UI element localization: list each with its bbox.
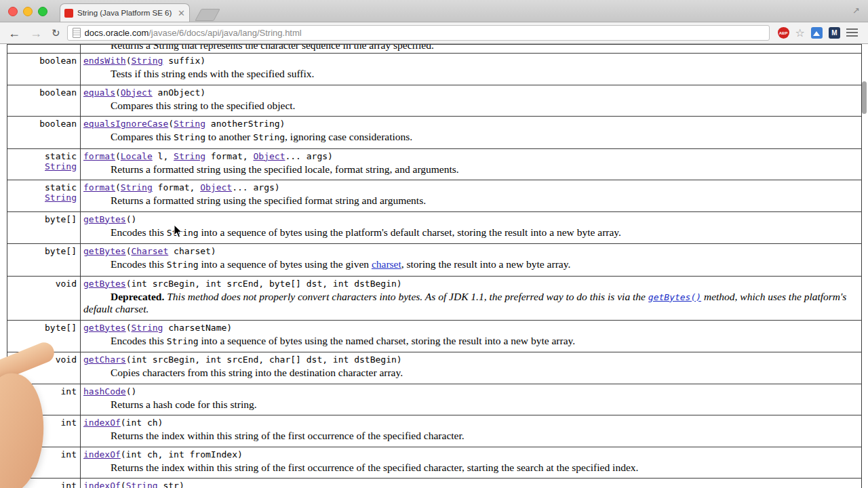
- method-description: Returns the index within this string of …: [111, 462, 857, 474]
- doc-link[interactable]: getBytes: [83, 246, 126, 256]
- doc-link[interactable]: Object: [200, 182, 232, 192]
- text-segment: String: [167, 336, 199, 346]
- method-description: Returns the index within this string of …: [111, 430, 857, 442]
- doc-link[interactable]: String: [121, 182, 153, 192]
- return-type-cell: [7, 45, 81, 54]
- url-text: docs.oracle.com/javase/6/docs/api/java/l…: [85, 28, 302, 38]
- palm-shape: [0, 370, 50, 488]
- method-cell: hashCode()Returns a hash code for this s…: [81, 384, 862, 415]
- doc-link[interactable]: getBytes: [83, 323, 126, 333]
- text-segment: Returns a hash code for this string.: [111, 399, 257, 410]
- method-row: voidgetChars(int srcBegin, int srcEnd, c…: [7, 352, 862, 384]
- text-segment: (: [115, 182, 121, 192]
- method-cell: equals(Object anObject)Compares this str…: [81, 85, 862, 117]
- doc-link[interactable]: equalsIgnoreCase: [83, 119, 168, 129]
- zoom-window-button[interactable]: [38, 7, 47, 16]
- bookmark-star-icon[interactable]: ☆: [795, 28, 805, 39]
- method-row: intindexOf(String str)Returns the index …: [7, 479, 862, 488]
- text-segment: charset): [168, 246, 216, 256]
- method-signature: equals(Object anObject): [83, 87, 857, 98]
- method-cell: endsWith(String suffix)Tests if this str…: [81, 54, 862, 85]
- return-type-cell: static String: [7, 148, 81, 180]
- doc-link[interactable]: equals: [83, 87, 115, 98]
- url-path: /javase/6/docs/api/java/lang/String.html: [149, 28, 301, 38]
- doc-link[interactable]: indexOf: [83, 449, 121, 460]
- text-segment: Encodes this: [111, 335, 167, 346]
- text-segment: (: [115, 87, 121, 98]
- doc-link[interactable]: String: [45, 192, 77, 203]
- doc-link[interactable]: format: [83, 151, 115, 161]
- text-segment: Tests if this string ends with the speci…: [111, 68, 314, 79]
- text-segment: into a sequence of bytes using the named…: [199, 335, 576, 346]
- doc-link[interactable]: Locale: [121, 151, 153, 161]
- text-segment: boolean: [39, 119, 77, 129]
- mouse-cursor: [174, 225, 183, 239]
- doc-link[interactable]: String: [126, 481, 158, 488]
- method-signature: format(Locale l, String format, Object..…: [83, 150, 857, 162]
- method-cell: getBytes(Charset charset)Encodes this St…: [81, 244, 862, 277]
- m-extension-icon[interactable]: M: [829, 27, 840, 39]
- traffic-lights: [8, 7, 47, 16]
- adblock-icon[interactable]: ABP: [778, 27, 789, 39]
- doc-link[interactable]: indexOf: [83, 418, 121, 428]
- tab-title: String (Java Platform SE 6): [77, 9, 174, 17]
- new-tab-button[interactable]: [195, 9, 220, 21]
- doc-link[interactable]: getBytes: [83, 214, 126, 224]
- reload-button[interactable]: ↻: [49, 27, 63, 39]
- doc-link[interactable]: String: [131, 56, 163, 66]
- text-segment: Returns a formatted string using the spe…: [111, 195, 426, 206]
- doc-link[interactable]: format: [83, 182, 115, 192]
- text-segment: into a sequence of bytes using the platf…: [199, 226, 621, 238]
- method-cell: equalsIgnoreCase(String anotherString)Co…: [81, 117, 862, 149]
- text-segment: byte[]: [45, 214, 77, 224]
- text-segment: into a sequence of bytes using the given: [199, 258, 372, 270]
- method-row: byte[]getBytes()Encodes this String into…: [7, 211, 862, 244]
- text-segment: static: [45, 182, 82, 192]
- doc-link[interactable]: endsWith: [83, 56, 126, 66]
- doc-link[interactable]: charset: [372, 258, 401, 270]
- scrollbar-thumb[interactable]: [862, 81, 867, 114]
- text-segment: String: [167, 260, 199, 270]
- doc-link[interactable]: String: [174, 151, 205, 161]
- address-bar[interactable]: docs.oracle.com/javase/6/docs/api/java/l…: [67, 25, 770, 41]
- browser-tab[interactable]: String (Java Platform SE 6) ✕: [60, 3, 190, 22]
- back-button[interactable]: ←: [5, 27, 23, 39]
- method-table-body: Returns a String that represents the cha…: [7, 45, 862, 488]
- method-summary-table: Returns a String that represents the cha…: [7, 44, 862, 488]
- chrome-menu-icon[interactable]: [846, 28, 858, 37]
- text-segment: , storing the result into a new byte arr…: [401, 258, 571, 270]
- return-type-cell: static String: [7, 180, 81, 212]
- doc-link[interactable]: String: [45, 161, 77, 171]
- text-segment: Returns the index within this string of …: [111, 462, 638, 473]
- text-segment: anotherString): [205, 119, 285, 129]
- doc-link[interactable]: hashCode: [83, 386, 126, 396]
- text-segment: byte[]: [45, 323, 77, 333]
- extension-icons: ABP ☆ M: [778, 27, 858, 39]
- browser-toolbar: ← → ↻ docs.oracle.com/javase/6/docs/api/…: [0, 22, 868, 44]
- doc-link[interactable]: indexOf: [83, 481, 121, 488]
- doc-link[interactable]: String: [174, 119, 205, 129]
- doc-link[interactable]: Charset: [131, 246, 168, 256]
- text-segment: static: [45, 151, 82, 161]
- minimize-window-button[interactable]: [23, 7, 33, 16]
- doc-link[interactable]: getChars: [83, 354, 126, 365]
- photos-extension-icon[interactable]: [811, 27, 823, 39]
- doc-link[interactable]: getBytes(): [648, 292, 701, 302]
- method-signature: endsWith(String suffix): [83, 55, 857, 66]
- tab-close-icon[interactable]: ✕: [178, 9, 185, 18]
- text-segment: void: [56, 279, 77, 289]
- forward-button[interactable]: →: [27, 27, 45, 39]
- doc-link[interactable]: getBytes: [83, 279, 126, 289]
- doc-link[interactable]: String: [131, 323, 163, 333]
- doc-link[interactable]: Object: [121, 87, 153, 98]
- url-domain: docs.oracle.com: [85, 28, 149, 38]
- fullscreen-icon[interactable]: ↗: [852, 5, 860, 16]
- close-window-button[interactable]: [8, 7, 18, 16]
- doc-link[interactable]: Object: [254, 151, 285, 161]
- text-segment: Compares this string to the specified ob…: [111, 100, 295, 111]
- method-signature: getChars(int srcBegin, int srcEnd, char[…: [83, 354, 857, 365]
- text-segment: l,: [153, 151, 174, 161]
- method-row: booleanendsWith(String suffix)Tests if t…: [7, 54, 862, 85]
- text-segment: , ignoring case considerations.: [285, 131, 412, 142]
- window-titlebar: String (Java Platform SE 6) ✕ ↗: [0, 0, 868, 22]
